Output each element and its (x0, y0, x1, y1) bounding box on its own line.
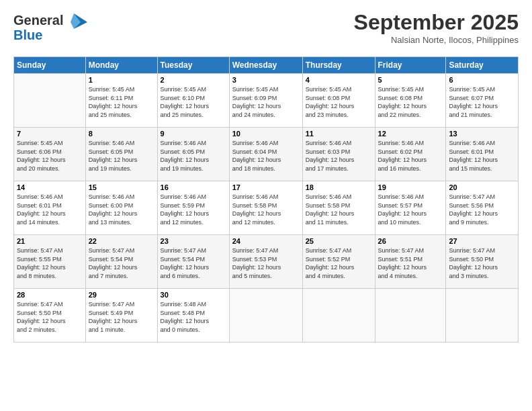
calendar-cell: 28Sunrise: 5:47 AMSunset: 5:50 PMDayligh… (14, 289, 86, 342)
day-info: Sunrise: 5:45 AMSunset: 6:11 PMDaylight:… (89, 85, 154, 119)
page-header: General Blue September 2025 Nalsian Nort… (13, 10, 519, 50)
calendar-cell: 14Sunrise: 5:46 AMSunset: 6:01 PMDayligh… (14, 181, 86, 235)
calendar-cell: 1Sunrise: 5:45 AMSunset: 6:11 PMDaylight… (85, 74, 157, 128)
day-number: 17 (232, 183, 300, 191)
title-block: September 2025 Nalsian Norte, Ilocos, Ph… (354, 10, 519, 45)
col-header-thursday: Thursday (302, 57, 375, 74)
day-info: Sunrise: 5:46 AMSunset: 6:05 PMDaylight:… (89, 139, 154, 173)
day-number: 14 (17, 183, 83, 191)
day-info: Sunrise: 5:47 AMSunset: 5:54 PMDaylight:… (89, 246, 154, 280)
day-info: Sunrise: 5:47 AMSunset: 5:52 PMDaylight:… (306, 246, 372, 280)
location: Nalsian Norte, Ilocos, Philippines (354, 35, 519, 45)
day-info: Sunrise: 5:47 AMSunset: 5:50 PMDaylight:… (17, 300, 83, 334)
day-info: Sunrise: 5:48 AMSunset: 5:48 PMDaylight:… (161, 300, 226, 334)
col-header-wednesday: Wednesday (229, 57, 302, 74)
day-number: 30 (161, 291, 226, 299)
day-number: 11 (306, 130, 372, 138)
day-info: Sunrise: 5:46 AMSunset: 6:03 PMDaylight:… (306, 139, 372, 173)
calendar-cell: 24Sunrise: 5:47 AMSunset: 5:53 PMDayligh… (229, 235, 302, 289)
svg-marker-3 (71, 13, 81, 29)
day-info: Sunrise: 5:47 AMSunset: 5:50 PMDaylight:… (449, 246, 515, 280)
calendar-cell: 6Sunrise: 5:45 AMSunset: 6:07 PMDaylight… (446, 74, 519, 128)
calendar-cell: 3Sunrise: 5:45 AMSunset: 6:09 PMDaylight… (229, 74, 302, 128)
month-title: September 2025 (354, 10, 519, 35)
calendar-cell: 27Sunrise: 5:47 AMSunset: 5:50 PMDayligh… (446, 235, 519, 289)
calendar-cell: 21Sunrise: 5:47 AMSunset: 5:55 PMDayligh… (14, 235, 86, 289)
day-info: Sunrise: 5:47 AMSunset: 5:51 PMDaylight:… (378, 246, 443, 280)
day-info: Sunrise: 5:46 AMSunset: 5:57 PMDaylight:… (378, 193, 443, 226)
day-number: 2 (161, 76, 226, 84)
col-header-friday: Friday (375, 57, 446, 74)
day-number: 28 (17, 291, 83, 299)
svg-text:Blue: Blue (13, 28, 42, 42)
calendar-cell: 22Sunrise: 5:47 AMSunset: 5:54 PMDayligh… (85, 235, 157, 289)
col-header-sunday: Sunday (14, 57, 86, 74)
calendar-cell: 17Sunrise: 5:46 AMSunset: 5:58 PMDayligh… (229, 181, 302, 235)
calendar-cell: 8Sunrise: 5:46 AMSunset: 6:05 PMDaylight… (85, 128, 157, 181)
day-number: 4 (306, 76, 372, 84)
day-info: Sunrise: 5:47 AMSunset: 5:54 PMDaylight:… (161, 246, 226, 280)
calendar-cell: 18Sunrise: 5:46 AMSunset: 5:58 PMDayligh… (302, 181, 375, 235)
svg-text:General: General (13, 13, 63, 28)
week-row-3: 14Sunrise: 5:46 AMSunset: 6:01 PMDayligh… (14, 181, 519, 235)
day-number: 21 (17, 237, 83, 245)
week-row-4: 21Sunrise: 5:47 AMSunset: 5:55 PMDayligh… (14, 235, 519, 289)
day-info: Sunrise: 5:45 AMSunset: 6:06 PMDaylight:… (17, 139, 83, 173)
day-number: 3 (232, 76, 300, 84)
week-row-5: 28Sunrise: 5:47 AMSunset: 5:50 PMDayligh… (14, 289, 519, 342)
day-number: 10 (232, 130, 300, 138)
col-header-monday: Monday (85, 57, 157, 74)
day-info: Sunrise: 5:45 AMSunset: 6:07 PMDaylight:… (449, 85, 515, 119)
calendar-cell: 25Sunrise: 5:47 AMSunset: 5:52 PMDayligh… (302, 235, 375, 289)
col-header-tuesday: Tuesday (157, 57, 229, 74)
day-number: 12 (378, 130, 443, 138)
day-info: Sunrise: 5:46 AMSunset: 5:58 PMDaylight:… (232, 193, 300, 226)
calendar-cell (375, 289, 446, 342)
calendar-cell: 2Sunrise: 5:45 AMSunset: 6:10 PMDaylight… (157, 74, 229, 128)
day-number: 19 (378, 183, 443, 191)
calendar-table: SundayMondayTuesdayWednesdayThursdayFrid… (13, 56, 519, 342)
day-number: 8 (89, 130, 154, 138)
day-number: 16 (161, 183, 226, 191)
logo-text: General Blue (13, 10, 87, 50)
calendar-cell: 30Sunrise: 5:48 AMSunset: 5:48 PMDayligh… (157, 289, 229, 342)
day-number: 23 (161, 237, 226, 245)
day-number: 6 (449, 76, 515, 84)
day-number: 25 (306, 237, 372, 245)
calendar-cell: 13Sunrise: 5:46 AMSunset: 6:01 PMDayligh… (446, 128, 519, 181)
calendar-cell: 4Sunrise: 5:45 AMSunset: 6:08 PMDaylight… (302, 74, 375, 128)
day-info: Sunrise: 5:47 AMSunset: 5:55 PMDaylight:… (17, 246, 83, 280)
calendar-cell (14, 74, 86, 128)
day-number: 5 (378, 76, 443, 84)
logo: General Blue (13, 10, 87, 50)
day-number: 29 (89, 291, 154, 299)
calendar-cell: 26Sunrise: 5:47 AMSunset: 5:51 PMDayligh… (375, 235, 446, 289)
calendar-cell: 11Sunrise: 5:46 AMSunset: 6:03 PMDayligh… (302, 128, 375, 181)
day-info: Sunrise: 5:47 AMSunset: 5:56 PMDaylight:… (449, 193, 515, 226)
day-number: 22 (89, 237, 154, 245)
day-number: 1 (89, 76, 154, 84)
calendar-cell (302, 289, 375, 342)
day-number: 13 (449, 130, 515, 138)
day-number: 20 (449, 183, 515, 191)
week-row-2: 7Sunrise: 5:45 AMSunset: 6:06 PMDaylight… (14, 128, 519, 181)
day-info: Sunrise: 5:46 AMSunset: 6:00 PMDaylight:… (89, 193, 154, 226)
calendar-cell: 20Sunrise: 5:47 AMSunset: 5:56 PMDayligh… (446, 181, 519, 235)
calendar-cell: 5Sunrise: 5:45 AMSunset: 6:08 PMDaylight… (375, 74, 446, 128)
calendar-cell: 23Sunrise: 5:47 AMSunset: 5:54 PMDayligh… (157, 235, 229, 289)
day-number: 7 (17, 130, 83, 138)
day-info: Sunrise: 5:46 AMSunset: 6:01 PMDaylight:… (449, 139, 515, 173)
day-info: Sunrise: 5:46 AMSunset: 6:04 PMDaylight:… (232, 139, 300, 173)
day-info: Sunrise: 5:46 AMSunset: 6:05 PMDaylight:… (161, 139, 226, 173)
day-number: 27 (449, 237, 515, 245)
day-number: 24 (232, 237, 300, 245)
day-number: 18 (306, 183, 372, 191)
col-header-saturday: Saturday (446, 57, 519, 74)
day-info: Sunrise: 5:45 AMSunset: 6:08 PMDaylight:… (306, 85, 372, 119)
page-container: General Blue September 2025 Nalsian Nort… (0, 0, 532, 349)
calendar-cell: 12Sunrise: 5:46 AMSunset: 6:02 PMDayligh… (375, 128, 446, 181)
day-info: Sunrise: 5:47 AMSunset: 5:49 PMDaylight:… (89, 300, 154, 334)
calendar-cell: 9Sunrise: 5:46 AMSunset: 6:05 PMDaylight… (157, 128, 229, 181)
calendar-cell (229, 289, 302, 342)
calendar-cell: 19Sunrise: 5:46 AMSunset: 5:57 PMDayligh… (375, 181, 446, 235)
